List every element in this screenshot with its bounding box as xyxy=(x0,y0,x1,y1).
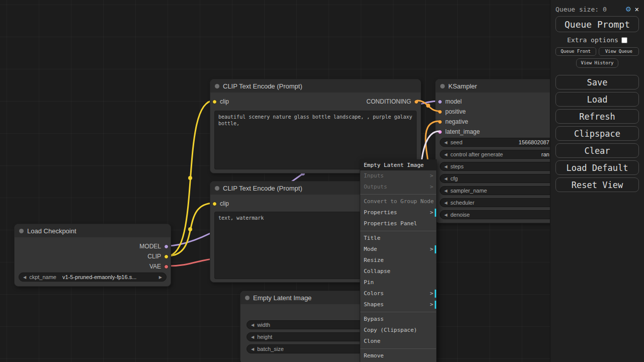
output-clip[interactable]: CLIP xyxy=(147,253,169,260)
node-title-bar[interactable]: CLIP Text Encode (Prompt) xyxy=(210,79,421,93)
context-menu-item-properties[interactable]: Properties > xyxy=(360,207,436,218)
menu-item-label: Properties Panel xyxy=(364,220,417,227)
input-clip[interactable]: clip xyxy=(212,200,229,207)
wire-clip-1 xyxy=(167,101,214,256)
prev-arrow-icon[interactable]: ◀ xyxy=(444,213,447,217)
context-menu-item-inputs[interactable]: Inputs > xyxy=(360,170,436,182)
extra-options-label: Extra options xyxy=(567,36,618,44)
prev-arrow-icon[interactable]: ◀ xyxy=(444,176,447,181)
menu-item-label: Inputs xyxy=(364,172,384,179)
port-label: CLIP xyxy=(147,253,161,260)
context-menu-item-clone[interactable]: Clone xyxy=(360,336,436,347)
prev-arrow-icon[interactable]: ◀ xyxy=(23,275,26,280)
close-icon[interactable]: ✕ xyxy=(635,6,639,13)
output-conditioning[interactable]: CONDITIONING xyxy=(366,98,419,105)
context-menu-item-collapse[interactable]: Collapse xyxy=(360,266,436,277)
collapse-dot-icon[interactable] xyxy=(245,296,250,300)
node-title: Load Checkpoint xyxy=(27,227,76,235)
next-arrow-icon[interactable]: ▶ xyxy=(159,275,162,280)
input-positive[interactable]: positive xyxy=(438,108,466,115)
load-button[interactable]: Load xyxy=(555,92,639,107)
input-latent-image[interactable]: latent_image xyxy=(438,128,480,135)
submenu-arrow-icon: > xyxy=(430,244,433,255)
prev-arrow-icon[interactable]: ◀ xyxy=(444,152,447,157)
context-menu-item-mode[interactable]: Mode > xyxy=(360,244,436,255)
prev-arrow-icon[interactable]: ◀ xyxy=(251,323,254,327)
widget-value: v1-5-pruned-emaonly-fp16.s... xyxy=(62,274,136,280)
reset-view-button[interactable]: Reset View xyxy=(555,177,639,192)
input-clip[interactable]: clip xyxy=(212,98,229,105)
prev-arrow-icon[interactable]: ◀ xyxy=(444,189,447,193)
context-menu-item-remove[interactable]: Remove xyxy=(360,350,436,361)
clip-port-icon[interactable] xyxy=(212,202,217,206)
menu-item-label: Outputs xyxy=(364,184,387,190)
input-negative[interactable]: negative xyxy=(438,118,468,125)
link-dot xyxy=(426,104,430,108)
collapse-dot-icon[interactable] xyxy=(19,229,24,233)
node-canvas[interactable]: { "colors": { "clip": "#f2d230", "condit… xyxy=(0,0,644,362)
submenu-arrow-icon: > xyxy=(430,182,433,193)
node-load-checkpoint[interactable]: Load Checkpoint MODEL CLIP VAE ◀ ckpt_na… xyxy=(14,224,171,287)
queue-prompt-button[interactable]: Queue Prompt xyxy=(555,16,639,32)
submenu-arrow-icon: > xyxy=(430,299,433,310)
prev-arrow-icon[interactable]: ◀ xyxy=(444,140,447,145)
submenu-arrow-icon: > xyxy=(430,207,433,218)
context-menu-item-resize[interactable]: Resize xyxy=(360,255,436,266)
prev-arrow-icon[interactable]: ◀ xyxy=(444,201,447,205)
latent-port-icon[interactable] xyxy=(438,130,442,134)
queue-front-button[interactable]: Queue Front xyxy=(555,47,596,56)
view-history-button[interactable]: View History xyxy=(576,58,618,68)
vae-port-icon[interactable] xyxy=(164,264,169,269)
context-menu-item-shapes[interactable]: Shapes > xyxy=(360,299,436,310)
output-vae[interactable]: VAE xyxy=(149,263,169,270)
model-port-icon[interactable] xyxy=(164,244,169,249)
node-title: KSampler xyxy=(448,82,477,90)
collapse-dot-icon[interactable] xyxy=(215,186,219,191)
prev-arrow-icon[interactable]: ◀ xyxy=(251,347,254,351)
extra-options-checkbox[interactable] xyxy=(621,37,627,43)
widget-label: height xyxy=(257,334,272,340)
widget-value: 1566802087 xyxy=(519,139,549,145)
collapse-dot-icon[interactable] xyxy=(215,84,219,88)
ckpt-name-widget[interactable]: ◀ ckpt_name v1-5-pruned-emaonly-fp16.s..… xyxy=(19,273,167,282)
context-menu-item-convert-to-group-node[interactable]: Convert to Group Node xyxy=(360,196,436,207)
widget-label: batch_size xyxy=(257,346,284,352)
context-menu-item-colors[interactable]: Colors > xyxy=(360,288,436,299)
widget-label: sampler_name xyxy=(450,188,487,194)
output-model[interactable]: MODEL xyxy=(139,243,169,250)
refresh-button[interactable]: Refresh xyxy=(555,109,639,124)
view-queue-button[interactable]: View Queue xyxy=(599,47,639,56)
context-menu-item-copy-clipspace[interactable]: Copy (Clipspace) xyxy=(360,325,436,336)
model-port-icon[interactable] xyxy=(438,100,442,104)
menu-separator xyxy=(360,194,436,195)
settings-gear-icon[interactable]: ⚙ xyxy=(626,5,631,13)
conditioning-port-icon[interactable] xyxy=(414,100,419,104)
menu-item-label: Resize xyxy=(364,257,384,263)
input-model[interactable]: model xyxy=(438,98,462,105)
load-default-button[interactable]: Load Default xyxy=(555,160,639,175)
context-menu-item-properties-panel[interactable]: Properties Panel xyxy=(360,218,436,229)
submenu-arrow-icon: > xyxy=(430,288,433,299)
conditioning-port-icon[interactable] xyxy=(438,110,442,114)
collapse-dot-icon[interactable] xyxy=(440,84,445,88)
prev-arrow-icon[interactable]: ◀ xyxy=(251,335,254,339)
context-menu-item-title[interactable]: Title xyxy=(360,233,436,244)
clear-button[interactable]: Clear xyxy=(555,143,639,158)
link-dot xyxy=(188,227,192,231)
context-menu-item-pin[interactable]: Pin xyxy=(360,277,436,288)
widget-label: ckpt_name xyxy=(29,274,56,280)
menu-item-label: Collapse xyxy=(364,268,390,275)
prev-arrow-icon[interactable]: ◀ xyxy=(444,164,447,169)
submenu-arrow-icon: > xyxy=(430,170,433,182)
menu-separator xyxy=(360,348,436,349)
context-menu-item-bypass[interactable]: Bypass xyxy=(360,314,436,325)
node-title-bar[interactable]: Load Checkpoint xyxy=(15,224,171,237)
clip-port-icon[interactable] xyxy=(212,100,217,104)
node-title: CLIP Text Encode (Prompt) xyxy=(223,185,302,192)
conditioning-port-icon[interactable] xyxy=(438,120,442,124)
clipspace-button[interactable]: Clipspace xyxy=(555,126,639,141)
context-menu-item-outputs[interactable]: Outputs > xyxy=(360,182,436,193)
save-button[interactable]: Save xyxy=(555,75,639,89)
port-label: latent_image xyxy=(445,128,480,135)
clip-port-icon[interactable] xyxy=(164,254,169,259)
